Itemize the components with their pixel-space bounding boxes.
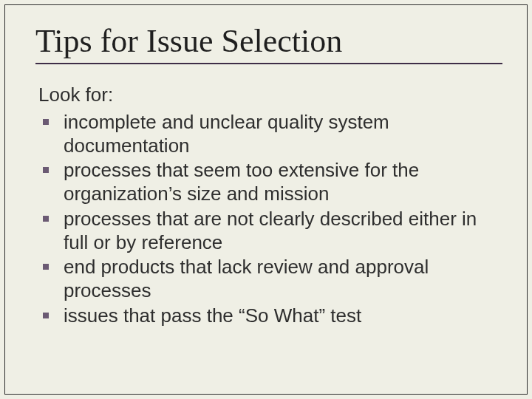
square-bullet-icon bbox=[43, 216, 49, 222]
lead-text: Look for: bbox=[38, 83, 502, 106]
title-underline bbox=[35, 63, 502, 64]
list-item-text: end products that lack review and approv… bbox=[64, 256, 429, 301]
list-item: incomplete and unclear quality system do… bbox=[38, 111, 502, 157]
list-item: processes that are not clearly described… bbox=[38, 208, 502, 254]
list-item: processes that seem too extensive for th… bbox=[38, 159, 502, 205]
list-item: end products that lack review and approv… bbox=[38, 256, 502, 302]
bullet-list: incomplete and unclear quality system do… bbox=[38, 111, 502, 327]
slide-title: Tips for Issue Selection bbox=[35, 22, 502, 60]
square-bullet-icon bbox=[43, 264, 49, 270]
list-item-text: processes that are not clearly described… bbox=[64, 208, 477, 253]
square-bullet-icon bbox=[43, 167, 49, 173]
list-item: issues that pass the “So What” test bbox=[38, 304, 502, 328]
list-item-text: processes that seem too extensive for th… bbox=[64, 159, 419, 205]
list-item-text: incomplete and unclear quality system do… bbox=[64, 111, 389, 157]
square-bullet-icon bbox=[43, 119, 49, 125]
slide: Tips for Issue Selection Look for: incom… bbox=[0, 0, 532, 399]
list-item-text: issues that pass the “So What” test bbox=[64, 304, 361, 327]
square-bullet-icon bbox=[43, 313, 49, 318]
